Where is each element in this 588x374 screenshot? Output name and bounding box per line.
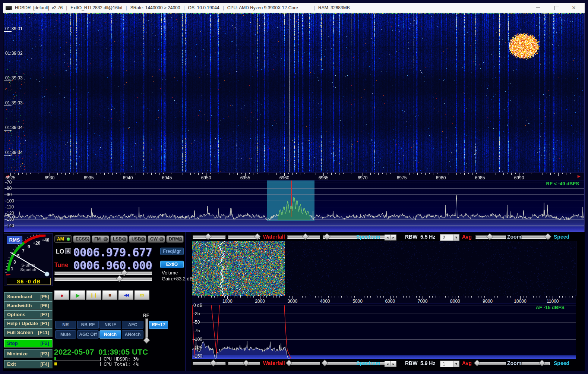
rewind-button[interactable]: ◀◀ <box>118 290 133 300</box>
mode-led-icon <box>141 237 145 241</box>
notch-button[interactable]: Notch <box>99 330 121 339</box>
loop-button[interactable]: ∞ <box>135 290 149 300</box>
nb-rf-button[interactable]: NB RF <box>77 321 99 329</box>
minimize-button[interactable] <box>532 3 544 13</box>
mode-lsb[interactable]: LSB <box>110 235 128 243</box>
af-db-label: -75 <box>193 328 200 333</box>
rf-dbfs-readout: RF < -49 dBFS <box>546 181 579 186</box>
avg-select-top[interactable]: 2▼ <box>440 234 459 241</box>
rbw-up-button-bottom[interactable]: ► <box>391 361 396 367</box>
rf-frequency-label: 6980 <box>436 175 446 180</box>
full-screen-button[interactable]: Full Screen[F11] <box>4 328 53 337</box>
af-waterfall-display[interactable] <box>192 241 576 296</box>
rf-waterfall-canvas[interactable] <box>4 13 584 172</box>
mode-drm[interactable]: DRM <box>166 235 184 243</box>
rf-spectrum-canvas[interactable] <box>4 180 584 232</box>
cpu-bar-fill <box>54 357 56 360</box>
af-waterfall-canvas[interactable] <box>192 241 576 296</box>
rbw-down-button-top[interactable]: ◄ <box>385 235 391 241</box>
agc-button[interactable]: AGC Off <box>77 330 99 339</box>
nb-if-button[interactable]: NB IF <box>99 321 121 329</box>
rf-waterfall-display[interactable]: 01:39:0101:39:0201:39:0301:39:0301:39:04… <box>4 13 584 172</box>
stop-playback-button[interactable]: ■ <box>102 290 117 300</box>
af-waterfall-contrast-slider-top[interactable] <box>228 235 260 239</box>
close-button[interactable]: × <box>568 3 580 13</box>
tune-frequency-display[interactable]: 0006.960.000 <box>73 258 152 272</box>
exit-button[interactable]: Exit[F4] <box>4 360 53 368</box>
rf-frequency-label: 6950 <box>201 175 211 180</box>
s-meter-readout: S6 -0 dB <box>7 278 51 285</box>
soundcard-button[interactable]: Soundcard[F5] <box>4 292 53 301</box>
pause-button[interactable]: ❙❙ <box>86 290 101 300</box>
help-update-button[interactable]: Help / Update[F1] <box>4 319 53 328</box>
mode-led-icon <box>104 237 108 241</box>
minimize-app-button[interactable]: Minimize[F3] <box>4 349 53 358</box>
waterfall-timestamp: 01:39:01 <box>5 26 23 31</box>
lo-frequency-display[interactable]: 0006.979.677 <box>73 245 152 259</box>
mute-button[interactable]: Mute <box>55 330 76 339</box>
options-button[interactable]: Options[F7] <box>4 310 53 319</box>
rf-spectrum-display[interactable]: -70-80-90-100-110-120-130-140 RF < -49 d… <box>4 180 584 232</box>
af-frequency-label: 8000 <box>450 299 460 304</box>
zoom-slider-top[interactable] <box>475 235 506 239</box>
anotch-button[interactable]: ANotch <box>122 330 143 339</box>
fkey-label: [F1] <box>40 321 49 326</box>
lo-ab-selector[interactable]: A <box>65 248 71 254</box>
af-frequency-scale[interactable]: 1000200030004000500060007000800090001000… <box>192 296 576 304</box>
af-waterfall-brightness-slider-top[interactable] <box>193 235 225 239</box>
af-spectrum-display[interactable]: 0 dB-25-50-75-100-125-150 AF -15 dBFS <box>192 304 576 359</box>
s-meter[interactable]: 1 3 5 7 9 +20 +40 S-units Squelch RMS S6… <box>4 233 53 286</box>
stop-icon: ■ <box>108 293 111 298</box>
mode-led-icon <box>179 237 182 241</box>
fkey-label: [F6] <box>40 303 49 308</box>
rbw-down-button-bottom[interactable]: ◄ <box>385 361 391 367</box>
mode-fm[interactable]: FM <box>92 235 109 243</box>
avg-label-top: Avg <box>462 234 472 240</box>
speed-slider-top[interactable] <box>521 235 550 239</box>
extio-button[interactable]: ExtIO <box>160 261 184 268</box>
af-spectrum-upper-slider-bottom[interactable] <box>287 362 320 365</box>
squelch-slider[interactable] <box>54 277 152 281</box>
mode-usb[interactable]: USB <box>129 235 146 243</box>
rf-frequency-label: 6955 <box>240 175 250 180</box>
waterfall-label-bottom: Waterfall <box>263 360 285 366</box>
rbw-up-button-top[interactable]: ► <box>391 235 396 241</box>
af-spectrum-canvas[interactable] <box>192 304 576 359</box>
record-button[interactable]: ● <box>54 290 69 300</box>
maximize-button[interactable] <box>550 3 563 13</box>
rf-gain-slider[interactable] <box>145 318 148 340</box>
zoom-slider-bottom[interactable] <box>475 362 506 365</box>
panel-divider <box>185 232 191 371</box>
rbw-label-bottom: RBW <box>405 360 417 366</box>
button-label: Stop <box>7 340 18 346</box>
avg-select-bottom[interactable]: 1▼ <box>440 361 459 367</box>
zoom-label-top: Zoom <box>507 234 521 240</box>
mode-ecss[interactable]: ECSS <box>73 235 91 243</box>
rf-gain-button[interactable]: RF+17 <box>149 321 168 329</box>
gain-label: Gain:+83.2 dB <box>162 276 193 282</box>
rms-mode-badge[interactable]: RMS <box>7 236 22 244</box>
play-button[interactable]: ▶ <box>70 290 85 300</box>
mode-am[interactable]: AM <box>54 235 72 243</box>
mode-cw[interactable]: CW <box>148 235 165 243</box>
stop-button[interactable]: Stop[F2] <box>4 339 53 348</box>
speed-slider-bottom[interactable] <box>521 362 550 365</box>
titlebar[interactable]: HDSDR [default] v2.76 | ExtIO_RTL2832.dl… <box>3 3 585 13</box>
afc-button[interactable]: AFC <box>122 321 143 329</box>
fkey-label: [F5] <box>40 294 49 299</box>
speed-label-bottom: Speed <box>554 360 569 366</box>
fkey-label: [F4] <box>40 361 49 367</box>
af-waterfall-brightness-slider-bottom[interactable] <box>193 362 225 365</box>
separator: | <box>126 5 127 10</box>
bandwidth-button[interactable]: Bandwidth[F6] <box>4 301 53 310</box>
af-frequency-label: 11000 <box>547 299 559 304</box>
scale-scroll-right-arrow[interactable]: ► <box>576 174 581 179</box>
spectrum-label-bottom: Spectrum <box>356 360 380 366</box>
nr-button[interactable]: NR <box>55 321 76 329</box>
button-label: Full Screen <box>7 330 33 335</box>
freqmgr-button[interactable]: FreqMgr <box>160 248 184 255</box>
af-waterfall-contrast-slider-bottom[interactable] <box>228 362 260 365</box>
volume-slider[interactable] <box>54 271 152 275</box>
af-spectrum-upper-slider-top[interactable] <box>287 235 320 239</box>
rf-frequency-scale[interactable]: ◄ ► 692569306935694069456950695569606965… <box>4 172 584 180</box>
